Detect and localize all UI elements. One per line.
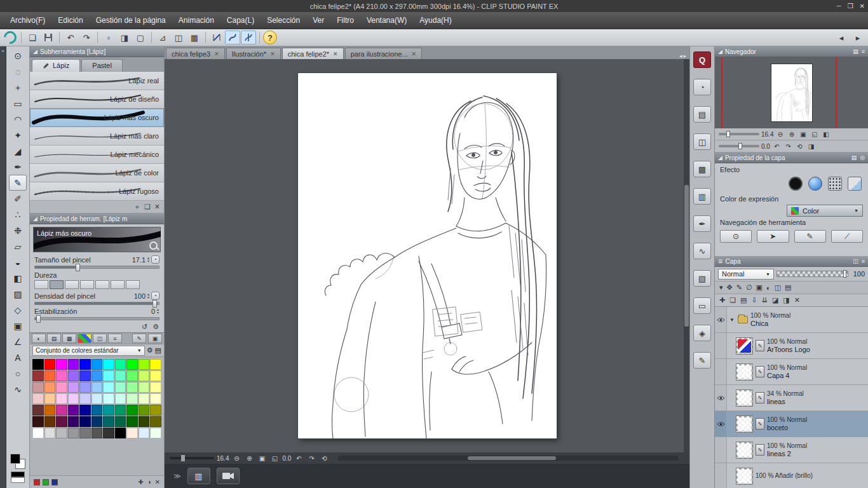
tab-scroll-right-icon[interactable]: ▸ (683, 53, 686, 59)
color-history-tab-icon[interactable]: ≡ (108, 334, 122, 343)
zoom-in-icon[interactable]: ⊕ (244, 454, 254, 463)
nav-rotate-left-icon[interactable]: ↶ (772, 142, 782, 151)
color-swatch[interactable] (56, 359, 67, 370)
move-tool[interactable]: + (9, 79, 27, 95)
new-document-icon[interactable]: ❏ (25, 30, 40, 44)
layer-row-chica[interactable]: ▼ 100 % Normal Chica (715, 307, 868, 333)
lasso-tool[interactable]: ◠ (9, 111, 27, 127)
dock-material-canvas[interactable]: ▭ (693, 297, 711, 314)
navigator-header[interactable]: ◢ Navegador ▤ ≡ (715, 46, 868, 57)
ruler-icon[interactable]: ▤ (785, 283, 791, 292)
selection-tool[interactable]: ▭ (9, 95, 27, 111)
visibility-gutter[interactable] (715, 385, 727, 410)
color-swatch[interactable] (32, 359, 44, 370)
color-set-wrench-icon[interactable]: ⚙ (147, 346, 153, 355)
color-swatch[interactable] (44, 405, 56, 416)
tab-pastel[interactable]: Pastel (81, 59, 123, 72)
tab-scroll-left-icon[interactable]: ◂ (679, 53, 682, 59)
intermediate-color-tab-icon[interactable]: ◫ (93, 334, 107, 343)
layer-panel-header[interactable]: ≣ Capa ◫ ≡ (715, 256, 868, 267)
color-swatch[interactable] (79, 359, 91, 370)
expression-color-dropdown[interactable]: Color ▼ (787, 205, 863, 217)
color-swatch[interactable] (56, 382, 67, 393)
panel-menu-icon[interactable]: ◢ (33, 48, 37, 55)
layer-color-effect-icon[interactable] (848, 177, 862, 191)
snap-ruler-icon[interactable]: ⊿ (155, 30, 170, 44)
color-swatch[interactable] (150, 393, 161, 404)
brush-density-slider[interactable] (34, 302, 159, 305)
zoom-tool[interactable]: ⊙ (9, 48, 27, 64)
color-swatch[interactable] (103, 405, 114, 416)
draw-on-layer-icon[interactable]: ✎ (736, 283, 742, 292)
layer-options-icon[interactable]: ≡ (862, 258, 865, 264)
color-swatch[interactable] (115, 405, 126, 416)
menu-gestion-pagina[interactable]: Gestión de la página (90, 13, 172, 27)
horizontal-scrollbar[interactable] (338, 456, 678, 461)
close-tab-icon[interactable]: ✕ (270, 51, 275, 57)
color-swatch[interactable] (103, 382, 114, 393)
canvas-zoom-slider[interactable] (170, 457, 214, 459)
merge-down-icon[interactable]: ⇊ (762, 296, 768, 304)
color-swatch[interactable] (68, 428, 79, 438)
brush-density-dynamics-icon[interactable]: ◔ (151, 292, 159, 300)
color-swatch[interactable] (32, 382, 44, 393)
color-swatch[interactable] (150, 382, 161, 393)
color-swatch[interactable] (44, 428, 56, 438)
watercolor-edge-icon[interactable] (808, 177, 822, 191)
close-tab-icon[interactable]: ✕ (412, 51, 417, 57)
color-swatch[interactable] (56, 416, 67, 427)
main-color-chip[interactable] (10, 454, 20, 464)
reset-rotation-icon[interactable]: ⟲ (319, 454, 329, 463)
color-swatch[interactable] (126, 428, 138, 438)
layer-filter-icon[interactable]: ▾ (719, 283, 723, 292)
clip-studio-icon[interactable] (3, 30, 18, 44)
color-swatch[interactable] (126, 359, 138, 370)
add-subtool-icon[interactable]: ＋ (133, 202, 140, 212)
tool-nav-select-icon[interactable]: ➤ (757, 230, 789, 243)
vertical-scrollbar[interactable] (684, 59, 689, 452)
color-swatch[interactable] (126, 382, 138, 393)
color-swatch[interactable] (150, 428, 161, 438)
color-swatch[interactable] (79, 370, 91, 381)
border-effect-icon[interactable] (789, 177, 803, 191)
stabilization-spinner[interactable]: ▲▼ (156, 308, 159, 315)
color-set-dropdown[interactable]: Conjunto de colores estándar ▼ (32, 346, 145, 356)
hardness-segments[interactable] (34, 280, 159, 289)
dock-material-image[interactable]: ▧ (693, 270, 711, 287)
color-swatch[interactable] (139, 359, 150, 370)
layer-property-tab-icon[interactable]: ▤ (851, 154, 857, 161)
text-tool[interactable]: A (9, 349, 27, 365)
visibility-gutter[interactable] (715, 307, 727, 332)
mask-layer-icon[interactable]: ◪ (772, 296, 778, 304)
color-swatch[interactable] (79, 382, 91, 393)
launcher-expand-icon[interactable]: ≫ (173, 472, 181, 480)
selection-border-icon[interactable]: ▢ (133, 30, 148, 44)
tool-nav-zoom-icon[interactable]: ⊙ (720, 230, 752, 243)
undo-icon[interactable]: ↶ (63, 30, 78, 44)
fill-tool[interactable]: ◧ (9, 270, 27, 286)
toolbar-overflow-right-icon[interactable]: ▸ (850, 30, 865, 44)
brush-tool[interactable]: ✐ (9, 191, 27, 207)
color-swatch[interactable] (44, 416, 56, 427)
background-color-bar[interactable] (11, 477, 25, 483)
magnifier-icon[interactable] (149, 241, 158, 250)
straight-line-snap-icon[interactable] (209, 30, 224, 44)
color-swatch[interactable] (139, 382, 150, 393)
doc-tab-chica-felipe2[interactable]: chica felipe2*✕ (282, 48, 344, 59)
color-set-tab-icon[interactable] (78, 334, 92, 343)
color-swatch[interactable] (68, 416, 79, 427)
tool-property-header[interactable]: ◢ Propiedad de herram. [Lápiz m (30, 214, 164, 224)
color-swatch[interactable] (56, 428, 67, 438)
panel-menu-icon[interactable]: ≣ (718, 258, 723, 264)
subtool-lapiz-mas-oscuro[interactable]: Lápiz más oscuro (30, 109, 164, 127)
left-edge-collapse-strip[interactable]: « (0, 46, 6, 488)
eye-icon[interactable] (717, 421, 725, 427)
fit-to-screen-icon[interactable]: ▣ (257, 454, 267, 463)
dock-quick-access[interactable]: Q (693, 51, 711, 68)
new-folder-icon[interactable]: ▤ (740, 296, 747, 304)
layer-row-lineas[interactable]: ✎ 34 % Normal lineas (715, 385, 868, 411)
nav-zoom-out-icon[interactable]: ⊖ (775, 130, 785, 139)
color-set-lock-icon[interactable]: ▣ (148, 334, 162, 343)
nav-reset-rotation-icon[interactable]: ⟲ (795, 142, 804, 151)
color-swatch[interactable] (92, 382, 103, 393)
